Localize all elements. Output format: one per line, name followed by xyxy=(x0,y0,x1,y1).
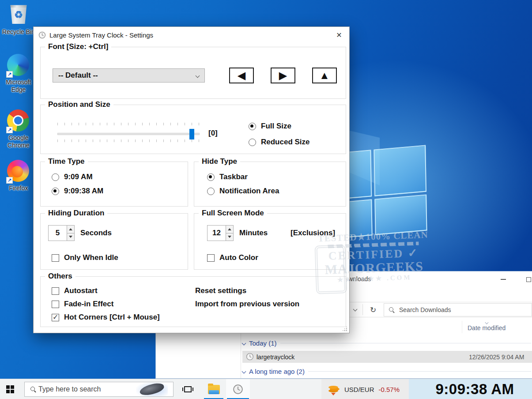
spinner-down-icon[interactable] xyxy=(67,233,74,241)
checkbox-icon[interactable] xyxy=(52,314,59,321)
hide-type-group: Hide Type Taskbar Notification Area xyxy=(194,162,346,207)
resize-grip[interactable] xyxy=(343,327,347,331)
coins-icon xyxy=(328,386,340,393)
others-group-legend: Others xyxy=(45,272,75,281)
taskbar-search-box[interactable] xyxy=(24,382,174,397)
recycle-symbol-icon: ♻ xyxy=(10,9,27,21)
radio-icon[interactable] xyxy=(207,173,215,181)
desktop-icon-label: Recycle Bin xyxy=(0,28,37,36)
spinner-up-icon[interactable] xyxy=(226,226,233,233)
ticker-change: -0.57% xyxy=(379,386,400,393)
checkbox-auto-color[interactable]: Auto Color xyxy=(207,253,258,262)
windows-logo-wallpaper xyxy=(347,145,429,238)
exclusions-link[interactable]: [Exclusions] xyxy=(291,229,335,237)
position-size-group: Position and Size [0] Full Size Reduced … xyxy=(40,105,346,154)
checkbox-icon[interactable] xyxy=(207,254,215,262)
task-view-button[interactable] xyxy=(179,379,196,399)
seconds-spinner[interactable]: 5 xyxy=(48,225,75,241)
dialog-title: Large System Tray Clock - Settings xyxy=(49,31,153,39)
minutes-spinner[interactable]: 12 xyxy=(207,225,234,241)
time-group-legend: Time Type xyxy=(45,157,88,166)
sort-direction-icon xyxy=(485,321,489,324)
checkbox-icon[interactable] xyxy=(52,301,59,308)
taskbar-clock-app-button[interactable] xyxy=(226,379,250,399)
checkbox-icon[interactable] xyxy=(52,254,59,262)
radio-notification-area[interactable]: Notification Area xyxy=(207,187,279,196)
taskbar-search-input[interactable] xyxy=(38,385,131,394)
tray-clock-time: 9:09:38 AM xyxy=(426,381,514,398)
task-view-icon xyxy=(184,386,192,392)
ticker-pair: USD/EUR xyxy=(344,386,374,393)
reset-settings-link[interactable]: Reset settings xyxy=(195,286,246,295)
close-icon[interactable]: ✕ xyxy=(332,28,347,42)
dialog-title-bar[interactable]: Large System Tray Clock - Settings ✕ xyxy=(34,27,349,44)
spinner-value[interactable]: 5 xyxy=(49,226,67,241)
position-slider[interactable] xyxy=(57,123,200,146)
radio-icon[interactable] xyxy=(207,188,215,195)
checkbox-fade-in-effect[interactable]: Fade-in Effect xyxy=(52,300,113,309)
checkbox-only-when-idle[interactable]: Only When Idle xyxy=(52,253,118,262)
windows-logo-pane xyxy=(374,194,427,235)
radio-time-short[interactable]: 9:09 AM xyxy=(52,173,93,181)
explorer-search-box[interactable] xyxy=(384,303,532,316)
radio-icon[interactable] xyxy=(249,123,256,130)
desktop-icon-google-chrome[interactable]: ↗ Google Chrome xyxy=(0,109,37,149)
shortcut-arrow-icon: ↗ xyxy=(6,71,13,78)
checkbox-icon[interactable] xyxy=(52,287,59,295)
time-type-group: Time Type 9:09 AM 9:09:38 AM xyxy=(40,162,188,207)
chevron-down-icon xyxy=(196,73,200,78)
move-right-button[interactable]: ▶ xyxy=(271,68,295,83)
start-button[interactable] xyxy=(6,385,14,393)
column-date-modified[interactable]: Date modified xyxy=(468,324,506,331)
move-left-button[interactable]: ◀ xyxy=(229,68,254,83)
hiding-duration-group: Hiding Duration 5 Seconds Only When Idle xyxy=(40,213,188,270)
search-icon xyxy=(30,386,32,392)
radio-icon[interactable] xyxy=(52,173,59,181)
font-dropdown[interactable]: -- Default -- xyxy=(53,68,205,83)
radio-reduced-size[interactable]: Reduced Size xyxy=(249,138,310,147)
refresh-button[interactable]: ↻ xyxy=(366,304,380,316)
slider-value: [0] xyxy=(208,129,218,138)
desktop-icon-microsoft-edge[interactable]: ↗ Microsoft Edge xyxy=(0,54,37,94)
shortcut-arrow-icon: ↗ xyxy=(6,127,13,133)
group-header-today[interactable]: Today (1) xyxy=(242,338,531,348)
currency-ticker[interactable]: USD/EUR -0.57% xyxy=(321,379,409,399)
radio-taskbar[interactable]: Taskbar xyxy=(207,173,248,181)
slider-track[interactable] xyxy=(57,133,200,135)
import-previous-version-link[interactable]: Import from previous version xyxy=(195,300,299,309)
file-row-largetrayclock[interactable]: largetrayclock 12/26/2025 9:04 AM Applic… xyxy=(242,351,532,363)
radio-icon[interactable] xyxy=(249,139,256,146)
group-collapse-icon[interactable] xyxy=(242,341,246,345)
desktop-icon-label: Firefox xyxy=(0,184,37,192)
group-collapse-icon[interactable] xyxy=(242,369,246,373)
clock-app-icon xyxy=(38,31,46,41)
checkbox-hot-corners[interactable]: Hot Corners [Ctrl + Mouse] xyxy=(52,313,160,322)
search-highlight-image[interactable] xyxy=(136,382,168,397)
spinner-down-icon[interactable] xyxy=(226,233,233,241)
taskbar-file-explorer-button[interactable] xyxy=(203,379,224,399)
radio-time-with-seconds[interactable]: 9:09:38 AM xyxy=(52,187,103,196)
spinner-value[interactable]: 12 xyxy=(208,226,226,241)
clock-app-icon xyxy=(233,384,243,395)
tray-large-clock[interactable]: 9:09:38 AM xyxy=(409,379,532,399)
desktop-icon-firefox[interactable]: ↗ Firefox xyxy=(0,160,37,192)
spinner-up-icon[interactable] xyxy=(67,226,74,233)
address-dropdown-icon[interactable] xyxy=(353,307,358,312)
file-name: largetrayclock xyxy=(257,354,294,361)
search-icon xyxy=(389,307,394,313)
others-group: Others Autostart Fade-in Effect Hot Corn… xyxy=(40,276,346,327)
explorer-search-input[interactable] xyxy=(398,306,527,314)
checkbox-autostart[interactable]: Autostart xyxy=(52,286,98,295)
move-up-button[interactable]: ▲ xyxy=(312,68,337,83)
radio-icon[interactable] xyxy=(52,188,59,195)
hiding-group-legend: Hiding Duration xyxy=(45,209,107,218)
maximize-button[interactable] xyxy=(519,271,532,287)
group-header-long-time-ago[interactable]: A long time ago (2) xyxy=(242,366,531,376)
seconds-label: Seconds xyxy=(80,229,112,237)
recycle-bin-icon: ♻ xyxy=(7,4,30,26)
minimize-button[interactable] xyxy=(494,271,513,287)
desktop-icon-recycle-bin[interactable]: ♻ Recycle Bin xyxy=(0,4,37,36)
slider-thumb[interactable] xyxy=(189,129,194,139)
radio-full-size[interactable]: Full Size xyxy=(249,122,291,131)
font-group: Font [Size: +Ctrl] -- Default -- ◀ ▶ ▲ xyxy=(40,47,346,99)
